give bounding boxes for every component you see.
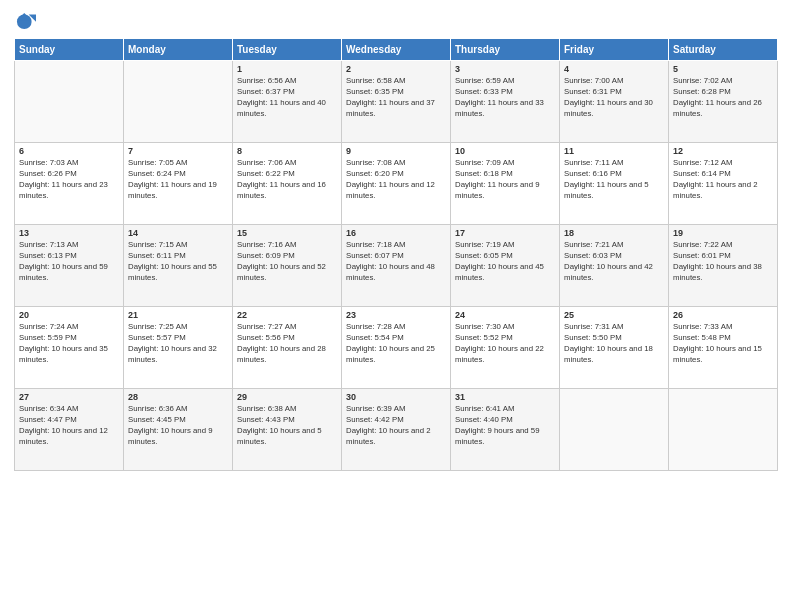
day-number: 10 — [455, 146, 555, 156]
calendar-cell: 28Sunrise: 6:36 AMSunset: 4:45 PMDayligh… — [124, 389, 233, 471]
calendar-cell: 9Sunrise: 7:08 AMSunset: 6:20 PMDaylight… — [342, 143, 451, 225]
weekday-header-friday: Friday — [560, 39, 669, 61]
day-info: Sunrise: 7:03 AMSunset: 6:26 PMDaylight:… — [19, 158, 119, 202]
calendar-cell: 6Sunrise: 7:03 AMSunset: 6:26 PMDaylight… — [15, 143, 124, 225]
day-info: Sunrise: 7:27 AMSunset: 5:56 PMDaylight:… — [237, 322, 337, 366]
day-number: 19 — [673, 228, 773, 238]
day-number: 5 — [673, 64, 773, 74]
day-info: Sunrise: 7:31 AMSunset: 5:50 PMDaylight:… — [564, 322, 664, 366]
day-number: 8 — [237, 146, 337, 156]
day-info: Sunrise: 6:34 AMSunset: 4:47 PMDaylight:… — [19, 404, 119, 448]
day-info: Sunrise: 7:33 AMSunset: 5:48 PMDaylight:… — [673, 322, 773, 366]
day-info: Sunrise: 6:39 AMSunset: 4:42 PMDaylight:… — [346, 404, 446, 448]
day-number: 12 — [673, 146, 773, 156]
day-info: Sunrise: 7:02 AMSunset: 6:28 PMDaylight:… — [673, 76, 773, 120]
day-number: 3 — [455, 64, 555, 74]
calendar-cell — [560, 389, 669, 471]
weekday-header-tuesday: Tuesday — [233, 39, 342, 61]
calendar-cell: 12Sunrise: 7:12 AMSunset: 6:14 PMDayligh… — [669, 143, 778, 225]
calendar-week-4: 20Sunrise: 7:24 AMSunset: 5:59 PMDayligh… — [15, 307, 778, 389]
day-info: Sunrise: 7:22 AMSunset: 6:01 PMDaylight:… — [673, 240, 773, 284]
day-info: Sunrise: 6:59 AMSunset: 6:33 PMDaylight:… — [455, 76, 555, 120]
calendar-cell: 24Sunrise: 7:30 AMSunset: 5:52 PMDayligh… — [451, 307, 560, 389]
day-info: Sunrise: 7:13 AMSunset: 6:13 PMDaylight:… — [19, 240, 119, 284]
day-info: Sunrise: 7:05 AMSunset: 6:24 PMDaylight:… — [128, 158, 228, 202]
calendar-cell: 30Sunrise: 6:39 AMSunset: 4:42 PMDayligh… — [342, 389, 451, 471]
day-info: Sunrise: 7:24 AMSunset: 5:59 PMDaylight:… — [19, 322, 119, 366]
day-number: 30 — [346, 392, 446, 402]
day-info: Sunrise: 7:00 AMSunset: 6:31 PMDaylight:… — [564, 76, 664, 120]
day-number: 11 — [564, 146, 664, 156]
calendar-cell: 5Sunrise: 7:02 AMSunset: 6:28 PMDaylight… — [669, 61, 778, 143]
weekday-header-thursday: Thursday — [451, 39, 560, 61]
calendar-cell — [669, 389, 778, 471]
day-number: 24 — [455, 310, 555, 320]
calendar-cell: 13Sunrise: 7:13 AMSunset: 6:13 PMDayligh… — [15, 225, 124, 307]
day-number: 29 — [237, 392, 337, 402]
calendar-cell: 2Sunrise: 6:58 AMSunset: 6:35 PMDaylight… — [342, 61, 451, 143]
day-number: 9 — [346, 146, 446, 156]
day-number: 2 — [346, 64, 446, 74]
calendar-cell: 14Sunrise: 7:15 AMSunset: 6:11 PMDayligh… — [124, 225, 233, 307]
day-number: 4 — [564, 64, 664, 74]
day-info: Sunrise: 7:30 AMSunset: 5:52 PMDaylight:… — [455, 322, 555, 366]
day-info: Sunrise: 6:36 AMSunset: 4:45 PMDaylight:… — [128, 404, 228, 448]
calendar-page: SundayMondayTuesdayWednesdayThursdayFrid… — [0, 0, 792, 612]
day-number: 26 — [673, 310, 773, 320]
weekday-header-sunday: Sunday — [15, 39, 124, 61]
calendar-cell: 25Sunrise: 7:31 AMSunset: 5:50 PMDayligh… — [560, 307, 669, 389]
calendar-cell — [124, 61, 233, 143]
day-info: Sunrise: 7:28 AMSunset: 5:54 PMDaylight:… — [346, 322, 446, 366]
header — [14, 10, 778, 32]
day-number: 22 — [237, 310, 337, 320]
calendar-cell: 20Sunrise: 7:24 AMSunset: 5:59 PMDayligh… — [15, 307, 124, 389]
day-number: 1 — [237, 64, 337, 74]
day-number: 31 — [455, 392, 555, 402]
weekday-header-wednesday: Wednesday — [342, 39, 451, 61]
calendar-week-2: 6Sunrise: 7:03 AMSunset: 6:26 PMDaylight… — [15, 143, 778, 225]
day-number: 13 — [19, 228, 119, 238]
day-info: Sunrise: 7:25 AMSunset: 5:57 PMDaylight:… — [128, 322, 228, 366]
calendar-cell: 27Sunrise: 6:34 AMSunset: 4:47 PMDayligh… — [15, 389, 124, 471]
day-number: 28 — [128, 392, 228, 402]
day-number: 17 — [455, 228, 555, 238]
day-number: 7 — [128, 146, 228, 156]
day-info: Sunrise: 6:58 AMSunset: 6:35 PMDaylight:… — [346, 76, 446, 120]
calendar-cell: 11Sunrise: 7:11 AMSunset: 6:16 PMDayligh… — [560, 143, 669, 225]
logo-icon — [14, 10, 36, 32]
day-number: 18 — [564, 228, 664, 238]
calendar-week-5: 27Sunrise: 6:34 AMSunset: 4:47 PMDayligh… — [15, 389, 778, 471]
calendar-cell: 19Sunrise: 7:22 AMSunset: 6:01 PMDayligh… — [669, 225, 778, 307]
calendar-cell: 26Sunrise: 7:33 AMSunset: 5:48 PMDayligh… — [669, 307, 778, 389]
day-number: 16 — [346, 228, 446, 238]
day-number: 27 — [19, 392, 119, 402]
calendar-table: SundayMondayTuesdayWednesdayThursdayFrid… — [14, 38, 778, 471]
calendar-cell: 18Sunrise: 7:21 AMSunset: 6:03 PMDayligh… — [560, 225, 669, 307]
day-info: Sunrise: 6:38 AMSunset: 4:43 PMDaylight:… — [237, 404, 337, 448]
day-number: 15 — [237, 228, 337, 238]
calendar-cell: 21Sunrise: 7:25 AMSunset: 5:57 PMDayligh… — [124, 307, 233, 389]
day-info: Sunrise: 7:11 AMSunset: 6:16 PMDaylight:… — [564, 158, 664, 202]
day-number: 23 — [346, 310, 446, 320]
day-number: 6 — [19, 146, 119, 156]
day-number: 20 — [19, 310, 119, 320]
weekday-header-saturday: Saturday — [669, 39, 778, 61]
calendar-cell: 17Sunrise: 7:19 AMSunset: 6:05 PMDayligh… — [451, 225, 560, 307]
day-number: 14 — [128, 228, 228, 238]
calendar-cell: 22Sunrise: 7:27 AMSunset: 5:56 PMDayligh… — [233, 307, 342, 389]
day-info: Sunrise: 6:56 AMSunset: 6:37 PMDaylight:… — [237, 76, 337, 120]
calendar-cell: 8Sunrise: 7:06 AMSunset: 6:22 PMDaylight… — [233, 143, 342, 225]
day-info: Sunrise: 7:15 AMSunset: 6:11 PMDaylight:… — [128, 240, 228, 284]
calendar-cell: 31Sunrise: 6:41 AMSunset: 4:40 PMDayligh… — [451, 389, 560, 471]
day-info: Sunrise: 7:06 AMSunset: 6:22 PMDaylight:… — [237, 158, 337, 202]
calendar-cell: 3Sunrise: 6:59 AMSunset: 6:33 PMDaylight… — [451, 61, 560, 143]
calendar-week-3: 13Sunrise: 7:13 AMSunset: 6:13 PMDayligh… — [15, 225, 778, 307]
day-info: Sunrise: 7:21 AMSunset: 6:03 PMDaylight:… — [564, 240, 664, 284]
weekday-header-row: SundayMondayTuesdayWednesdayThursdayFrid… — [15, 39, 778, 61]
day-info: Sunrise: 7:16 AMSunset: 6:09 PMDaylight:… — [237, 240, 337, 284]
calendar-week-1: 1Sunrise: 6:56 AMSunset: 6:37 PMDaylight… — [15, 61, 778, 143]
day-number: 25 — [564, 310, 664, 320]
calendar-cell: 10Sunrise: 7:09 AMSunset: 6:18 PMDayligh… — [451, 143, 560, 225]
day-info: Sunrise: 6:41 AMSunset: 4:40 PMDaylight:… — [455, 404, 555, 448]
day-info: Sunrise: 7:18 AMSunset: 6:07 PMDaylight:… — [346, 240, 446, 284]
